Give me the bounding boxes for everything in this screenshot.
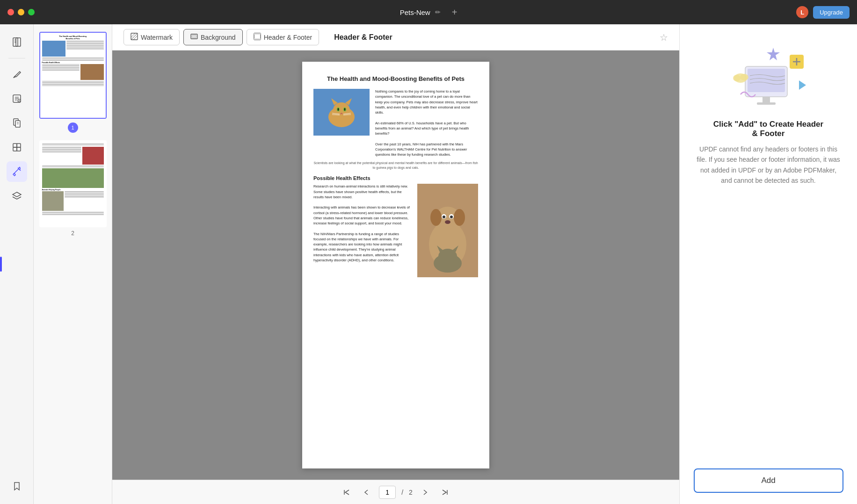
svg-rect-19 bbox=[13, 147, 17, 151]
svg-point-32 bbox=[333, 102, 350, 117]
sidebar-item-bookmark[interactable] bbox=[7, 476, 27, 497]
thumbnail-image-2: Animals Helping People bbox=[40, 141, 106, 226]
right-panel-title: Click "Add" to Create Header& Footer bbox=[713, 120, 823, 138]
doc-top-section: Nothing compares to the joy of coming ho… bbox=[313, 89, 478, 157]
doc-bottom-section: Research on human-animal interactions is… bbox=[313, 184, 478, 263]
background-icon bbox=[190, 33, 198, 42]
page-separator: / bbox=[401, 489, 403, 496]
svg-point-51 bbox=[443, 216, 445, 218]
svg-rect-29 bbox=[254, 38, 261, 40]
svg-point-53 bbox=[445, 220, 450, 224]
left-sidebar bbox=[0, 24, 34, 504]
svg-rect-1 bbox=[16, 38, 21, 46]
svg-line-24 bbox=[133, 36, 138, 40]
sidebar-item-combine[interactable] bbox=[7, 137, 27, 158]
prev-page-button[interactable] bbox=[359, 485, 373, 499]
dog-image bbox=[417, 184, 478, 230]
svg-rect-62 bbox=[763, 97, 770, 102]
thumbnail-item-2[interactable]: Animals Helping People bbox=[37, 140, 108, 237]
header-footer-button[interactable]: Header & Footer bbox=[247, 29, 320, 45]
sidebar-item-reader[interactable] bbox=[7, 32, 27, 52]
svg-rect-20 bbox=[17, 147, 21, 151]
watermark-icon bbox=[131, 33, 138, 42]
first-page-button[interactable] bbox=[340, 485, 354, 499]
svg-rect-18 bbox=[17, 144, 21, 147]
thumbnail-frame-2: Animals Helping People bbox=[39, 140, 107, 227]
svg-marker-67 bbox=[767, 48, 780, 60]
svg-rect-28 bbox=[254, 33, 261, 35]
next-page-button[interactable] bbox=[418, 485, 432, 499]
doc-section-title: Possible Health Effects bbox=[313, 175, 478, 182]
sidebar-item-layers[interactable] bbox=[7, 186, 27, 206]
sidebar-item-tools[interactable] bbox=[7, 161, 27, 182]
right-panel-description: UPDF cannot find any headers or footers … bbox=[695, 144, 842, 186]
svg-line-23 bbox=[131, 33, 135, 37]
toolbar: Watermark Background bbox=[112, 24, 679, 50]
watermark-button[interactable]: Watermark bbox=[123, 29, 180, 45]
svg-point-37 bbox=[338, 108, 339, 111]
document-page: The Health and Mood-Boosting Benefits of… bbox=[302, 62, 489, 468]
edit-title-icon[interactable]: ✏ bbox=[435, 8, 441, 16]
background-button[interactable]: Background bbox=[183, 29, 243, 45]
star-button[interactable]: ☆ bbox=[660, 32, 668, 43]
cat-image bbox=[313, 89, 370, 136]
last-page-button[interactable] bbox=[438, 485, 452, 499]
thumbnail-frame-1: The Health and Mood-BoostingBenefits of … bbox=[39, 32, 107, 119]
page-number-input[interactable] bbox=[379, 486, 396, 499]
document-scroll[interactable]: The Health and Mood-Boosting Benefits of… bbox=[112, 50, 679, 480]
background-label: Background bbox=[201, 34, 236, 41]
svg-rect-26 bbox=[192, 35, 196, 38]
thumbnail-number-2: 2 bbox=[71, 230, 74, 237]
add-tab-button[interactable]: + bbox=[452, 7, 458, 18]
svg-rect-0 bbox=[13, 38, 18, 46]
total-pages: 2 bbox=[409, 489, 413, 496]
svg-point-48 bbox=[454, 209, 465, 226]
doc-title: The Health and Mood-Boosting Benefits of… bbox=[313, 75, 478, 83]
doc-intro-text: Nothing compares to the joy of coming ho… bbox=[375, 89, 478, 157]
upgrade-button[interactable]: Upgrade bbox=[813, 6, 850, 19]
traffic-lights bbox=[7, 9, 35, 15]
svg-marker-68 bbox=[799, 80, 806, 90]
panel-title: Header & Footer bbox=[334, 33, 392, 42]
sidebar-divider-1 bbox=[8, 58, 25, 58]
pagination-bar: / 2 bbox=[112, 480, 679, 504]
minimize-button[interactable] bbox=[18, 9, 24, 15]
document-area: Watermark Background bbox=[112, 24, 679, 504]
fullscreen-button[interactable] bbox=[28, 9, 35, 15]
right-panel: Click "Add" to Create Header& Footer UPD… bbox=[679, 24, 857, 504]
thumbnail-badge-1: 1 bbox=[68, 122, 78, 133]
main-layout: The Health and Mood-BoostingBenefits of … bbox=[0, 24, 857, 504]
titlebar-right: L Upgrade bbox=[796, 6, 850, 19]
svg-point-70 bbox=[733, 75, 741, 81]
sidebar-active-indicator bbox=[0, 257, 2, 272]
titlebar: Pets-New ✏ + L Upgrade bbox=[0, 0, 857, 24]
doc-caption: Scientists are looking at what the poten… bbox=[313, 161, 478, 170]
document-title: Pets-New bbox=[400, 8, 430, 16]
avatar: L bbox=[796, 6, 808, 18]
doc-body-text: Research on human-animal interactions is… bbox=[313, 184, 412, 263]
svg-point-71 bbox=[740, 74, 748, 80]
sidebar-item-pages[interactable] bbox=[7, 113, 27, 133]
svg-point-47 bbox=[430, 209, 442, 226]
thumbnail-item-1[interactable]: The Health and Mood-BoostingBenefits of … bbox=[37, 32, 108, 133]
sidebar-item-edit[interactable] bbox=[7, 88, 27, 109]
sidebar-item-annotate[interactable] bbox=[7, 64, 27, 85]
header-footer-icon bbox=[254, 33, 261, 42]
thumbnail-image-1: The Health and Mood-BoostingBenefits of … bbox=[40, 33, 106, 118]
thumbnail-panel: The Health and Mood-BoostingBenefits of … bbox=[34, 24, 112, 504]
header-footer-label: Header & Footer bbox=[264, 34, 312, 41]
watermark-label: Watermark bbox=[141, 34, 173, 41]
svg-point-52 bbox=[450, 216, 453, 218]
titlebar-center: Pets-New ✏ + bbox=[400, 7, 458, 18]
svg-rect-63 bbox=[757, 102, 776, 105]
right-panel-illustration bbox=[726, 43, 811, 108]
close-button[interactable] bbox=[7, 9, 14, 15]
add-button[interactable]: Add bbox=[694, 468, 843, 493]
svg-rect-17 bbox=[13, 144, 17, 147]
svg-point-38 bbox=[344, 108, 346, 111]
